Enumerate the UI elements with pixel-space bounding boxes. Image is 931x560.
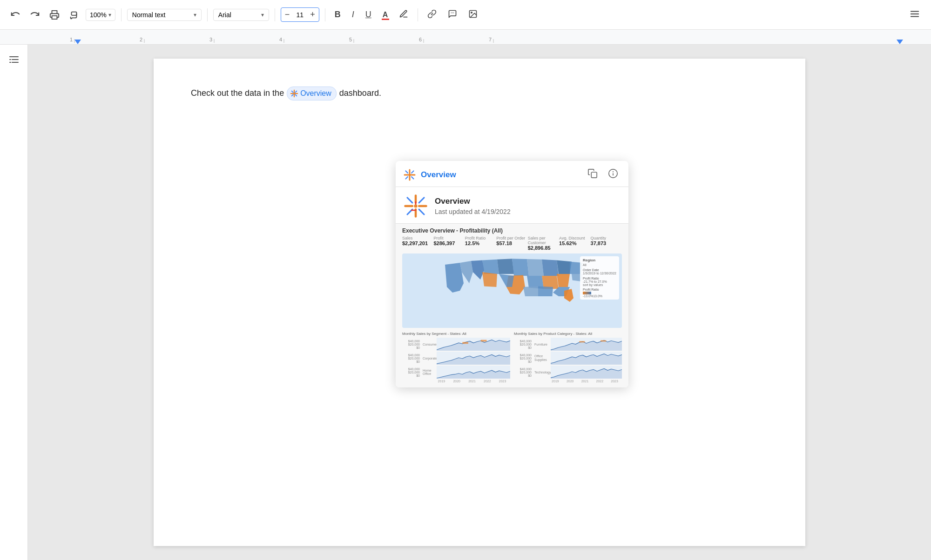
highlight-button[interactable] (395, 7, 412, 22)
chart-item-corporate: $40,000$20,000$0 Corporate (402, 352, 510, 365)
stat-profit-per-order: Profit per Order $57.18 (496, 236, 527, 251)
separator-4 (325, 8, 325, 21)
align-button[interactable] (906, 7, 924, 23)
popup-meta-subtitle: Last updated at 4/19/2022 (435, 208, 511, 215)
dash-stats-row: Sales $2,297,201 Profit $286,397 Profit … (396, 236, 628, 253)
svg-rect-58 (600, 340, 606, 342)
font-value: Arial (218, 11, 231, 19)
font-color-icon: A (383, 11, 388, 19)
svg-rect-55 (462, 342, 468, 344)
ruler: 1 2 3 4 5 6 7 (0, 30, 931, 45)
zoom-value: 100% (90, 11, 107, 19)
tableau-chip-icon (290, 89, 298, 98)
svg-line-25 (292, 91, 293, 92)
mini-chart-consumer (437, 338, 510, 351)
popup-meta-icon (403, 193, 428, 219)
paint-format-button[interactable] (66, 8, 82, 22)
popup-header: Overview (396, 161, 628, 187)
svg-line-49 (419, 198, 424, 203)
ruler-num-3: 3 (209, 37, 212, 42)
svg-line-27 (295, 91, 297, 92)
svg-line-48 (419, 209, 424, 214)
font-color-button[interactable]: A (379, 9, 392, 21)
mini-chart-corporate (437, 352, 510, 365)
chart-item-technology: $40,000$20,000$0 Technology (514, 366, 622, 379)
font-size-decrease-button[interactable]: − (281, 9, 294, 20)
insert-image-button[interactable] (465, 7, 481, 22)
chart-section-left: Monthly Sales by Segment - States: All $… (402, 332, 510, 383)
underline-button[interactable]: U (362, 8, 375, 21)
svg-line-26 (295, 94, 297, 96)
ruler-ticks (37, 30, 931, 44)
zoom-dropdown[interactable]: 100% ▾ (86, 9, 115, 21)
mini-chart-furniture (551, 338, 622, 351)
stat-avg-discount: Avg. Discount 15.62% (559, 236, 590, 251)
left-sidebar (0, 45, 28, 560)
svg-line-37 (406, 177, 408, 179)
popup-meta-info: Overview Last updated at 4/19/2022 (435, 197, 511, 215)
stat-quantity: Quantity 37,873 (591, 236, 622, 251)
ruler-left-marker[interactable] (74, 40, 81, 44)
insert-comment-button[interactable] (444, 7, 461, 22)
smart-chip-label: Overview (300, 87, 331, 100)
toolbar: 100% ▾ Normal text ▾ Arial ▾ − 11 + B I … (0, 0, 931, 30)
svg-point-53 (414, 204, 417, 207)
mini-chart-office-supplies (551, 352, 622, 365)
text-before: Check out the data in the (191, 87, 284, 100)
font-color-underline (382, 19, 389, 20)
popup-meta-title: Overview (435, 197, 511, 206)
svg-line-28 (292, 94, 293, 96)
svg-line-47 (407, 198, 412, 203)
stat-sales: Sales $2,297,201 (402, 236, 433, 251)
insert-link-button[interactable] (424, 7, 440, 22)
redo-button[interactable] (27, 8, 43, 22)
separator-5 (418, 8, 418, 21)
popup-copy-button[interactable] (585, 167, 600, 182)
stat-profit: Profit $286,397 (433, 236, 465, 251)
main-area: Check out the data in the (0, 45, 931, 560)
svg-point-5 (471, 12, 472, 13)
separator-2 (207, 8, 208, 21)
stat-sales-per-customer: Sales per Customer $2,896.85 (528, 236, 559, 251)
popup-tableau-icon (403, 168, 416, 181)
style-chevron-icon: ▾ (194, 12, 196, 18)
map-legend: Region All Order Date 1/3/2019 to 12/30/… (580, 256, 619, 300)
font-size-increase-button[interactable]: + (306, 9, 319, 20)
font-chevron-icon: ▾ (261, 12, 264, 18)
ruler-content: 1 2 3 4 5 6 7 (37, 30, 931, 44)
doc-area[interactable]: Check out the data in the (28, 45, 931, 560)
chart-item-home-office: $40,000$20,000$0 Home Office (402, 366, 510, 379)
undo-button[interactable] (7, 8, 23, 22)
svg-line-36 (412, 171, 414, 173)
ruler-right-marker[interactable] (897, 40, 903, 44)
italic-button[interactable]: I (348, 8, 358, 21)
ruler-num-2: 2 (140, 37, 142, 42)
chart-left-title: Monthly Sales by Segment - States: All (402, 332, 510, 336)
chart-item-consumer: $40,000$20,000$0 Consumer (402, 338, 510, 351)
smart-chip-overview[interactable]: Overview (287, 87, 337, 100)
svg-line-34 (406, 171, 408, 173)
chart-section-right: Monthly Sales by Product Category - Stat… (514, 332, 622, 383)
popup-meta: Overview Last updated at 4/19/2022 (396, 187, 628, 224)
print-button[interactable] (47, 8, 62, 22)
popup-info-button[interactable] (605, 167, 621, 182)
ruler-num-6: 6 (419, 37, 422, 42)
stat-profit-ratio: Profit Ratio 12.5% (465, 236, 496, 251)
font-size-control: − 11 + (281, 7, 319, 22)
style-dropdown[interactable]: Normal text ▾ (127, 9, 202, 21)
mini-chart-technology (551, 366, 622, 379)
svg-rect-56 (481, 340, 487, 342)
style-value: Normal text (132, 11, 166, 19)
font-dropdown[interactable]: Arial ▾ (213, 9, 269, 21)
text-after: dashboard. (339, 87, 381, 100)
svg-rect-0 (52, 15, 57, 19)
chart-right-title: Monthly Sales by Product Category - Stat… (514, 332, 622, 336)
popup-card: Overview (396, 161, 628, 387)
mini-chart-home-office (437, 366, 510, 379)
bold-button[interactable]: B (331, 8, 344, 21)
chart-item-office-supplies: $40,000$20,000$0 Office Supplies (514, 352, 622, 365)
outline-toggle-button[interactable] (6, 52, 22, 67)
us-map: Region All Order Date 1/3/2019 to 12/30/… (402, 253, 622, 328)
svg-point-38 (409, 173, 411, 176)
popup-title: Overview (421, 170, 580, 180)
